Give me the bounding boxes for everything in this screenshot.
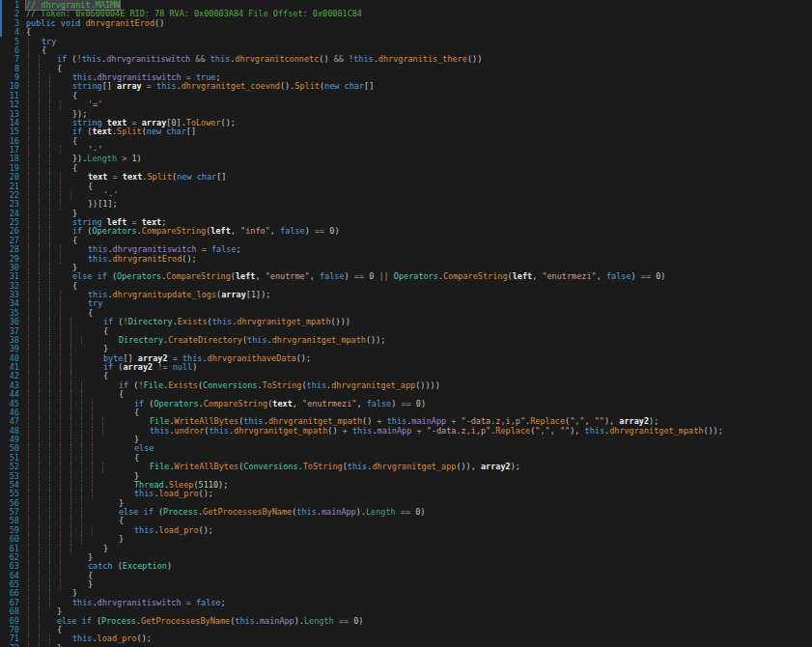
- code-line[interactable]: 23})[1];: [0, 200, 812, 209]
- indent-guide: [60, 354, 61, 363]
- code-line[interactable]: 53}: [0, 472, 812, 481]
- indent-guide: [92, 436, 93, 444]
- code-line[interactable]: 64{: [0, 572, 812, 580]
- token-ty: File: [150, 462, 169, 471]
- indent-guide: [28, 372, 29, 380]
- indent-guide: [39, 589, 40, 598]
- indent-spacer: [26, 545, 103, 546]
- code-line[interactable]: 20text = text.Split(new char[]: [0, 173, 812, 182]
- indent-guide: [28, 155, 29, 163]
- indent-guide: [28, 472, 29, 481]
- code-editor[interactable]: 1// dhrvgranit.MAIMN2// Token: 0x0600004…: [0, 0, 812, 647]
- code-line[interactable]: 26if (Operators.CompareString(left, "inf…: [0, 227, 812, 236]
- code-line[interactable]: 11{: [0, 92, 812, 100]
- indent-guide: [60, 427, 61, 436]
- code-line[interactable]: 12'=': [0, 100, 812, 109]
- code-line[interactable]: 48this.undror(this.dhrvgranitget_mpath()…: [0, 427, 812, 436]
- indent-guide: [28, 173, 29, 182]
- indent-guide: [39, 400, 40, 408]
- indent-spacer: [26, 363, 103, 364]
- code-line[interactable]: 36if (!Directory.Exists(this.dhrvgranitg…: [0, 318, 812, 326]
- code-line[interactable]: 69else if (Process.GetProcessesByName(th…: [0, 617, 812, 626]
- token-kw: this: [134, 525, 154, 535]
- indent-guide: [81, 408, 82, 417]
- code-line[interactable]: 29this.dhrvgranitErod();: [0, 255, 812, 264]
- token-op: +: [411, 426, 426, 436]
- indent-guide: [102, 417, 103, 426]
- indent-guide: [39, 644, 40, 647]
- code-line[interactable]: 34try: [0, 299, 812, 308]
- code-line[interactable]: 49}: [0, 436, 812, 444]
- indent-guide: [39, 291, 40, 299]
- token-pl: {: [72, 91, 77, 100]
- code-line[interactable]: 52File.WriteAllBytes(Conversions.ToStrin…: [0, 463, 812, 471]
- indent-guide: [49, 553, 50, 562]
- code-line[interactable]: 63catch (Exception): [0, 562, 812, 571]
- code-line[interactable]: 22'-': [0, 191, 812, 200]
- indent-spacer: [26, 408, 134, 409]
- line-number[interactable]: 72: [0, 644, 19, 647]
- indent-guide: [28, 572, 29, 580]
- code-line[interactable]: 15if (text.Split(new char[]: [0, 127, 812, 136]
- indent-guide: [28, 336, 29, 345]
- indent-guide: [49, 119, 50, 127]
- token-pl: (): [319, 54, 328, 64]
- indent-guide: [28, 454, 29, 463]
- code-line[interactable]: 65}: [0, 580, 812, 589]
- token-op: ==: [636, 271, 656, 281]
- token-me: CreateDirectory: [168, 335, 242, 345]
- token-op: ||: [374, 271, 393, 281]
- code-line[interactable]: 54Thread.Sleep(5110);: [0, 481, 812, 490]
- code-line[interactable]: 61}: [0, 545, 812, 553]
- code-line[interactable]: 7if (!this.dhrvgranitiswitch && this.dhr…: [0, 55, 812, 64]
- token-kw: this: [72, 598, 92, 607]
- token-op: ==: [334, 616, 353, 626]
- token-pl: {: [72, 236, 77, 245]
- indent-guide: [28, 191, 29, 200]
- code-line[interactable]: 33this.dhrvgranitupdate_logs(array[1]);: [0, 291, 812, 299]
- code-line[interactable]: 72}: [0, 644, 812, 647]
- code-line[interactable]: 10string[] array = this.dhrvgranitget_co…: [0, 82, 812, 91]
- code-line[interactable]: 38Directory.CreateDirectory(this.dhrvgra…: [0, 336, 812, 345]
- code-line[interactable]: 31else if (Operators.CompareString(left,…: [0, 272, 812, 281]
- code-line[interactable]: 4{: [0, 28, 812, 37]
- code-line[interactable]: 50else: [0, 444, 812, 453]
- token-kw: this: [585, 426, 604, 436]
- indent-guide: [70, 417, 71, 426]
- code-line[interactable]: 21{: [0, 183, 812, 191]
- token-kw: new: [177, 172, 196, 182]
- indent-guide: [49, 336, 50, 345]
- indent-guide: [28, 363, 29, 372]
- indent-guide: [70, 345, 71, 353]
- code-line[interactable]: 67this.dhrvgranitiswitch = false;: [0, 599, 812, 607]
- code-line[interactable]: 60}: [0, 535, 812, 544]
- indent-guide: [49, 299, 50, 308]
- indent-guide: [39, 363, 40, 372]
- code-line[interactable]: 16{: [0, 137, 812, 146]
- indent-guide: [28, 237, 29, 245]
- token-lo: array2: [124, 362, 154, 372]
- token-fi: dhrvgranitiswitch: [98, 598, 182, 607]
- indent-guide: [39, 92, 40, 100]
- token-kw: this: [352, 426, 372, 436]
- indent-guide: [39, 264, 40, 272]
- code-line[interactable]: 5try: [0, 38, 812, 46]
- code-line[interactable]: 41if (array2 != null): [0, 363, 812, 372]
- indent-guide: [49, 73, 50, 82]
- code-line[interactable]: 71this.load_pro();: [0, 634, 812, 643]
- token-lo: left: [513, 271, 532, 281]
- indent-guide: [28, 264, 29, 272]
- token-pl: ();: [296, 353, 311, 363]
- code-line[interactable]: 58{: [0, 517, 812, 525]
- indent-guide: [39, 526, 40, 535]
- token-kw: null: [173, 362, 192, 372]
- code-line[interactable]: 18}).Length > 1): [0, 155, 812, 163]
- code-line[interactable]: 3public void dhrvgranitErod(): [0, 19, 812, 28]
- indent-guide: [60, 517, 61, 525]
- token-me: load_pro: [159, 489, 199, 498]
- indent-guide: [28, 499, 29, 508]
- code-viewport[interactable]: 1// dhrvgranit.MAIMN2// Token: 0x0600004…: [0, 1, 812, 647]
- code-line[interactable]: 45if (Operators.CompareString(text, "enu…: [0, 400, 812, 408]
- indent-guide: [28, 110, 29, 119]
- token-me: dhrvgranitErod: [85, 18, 154, 28]
